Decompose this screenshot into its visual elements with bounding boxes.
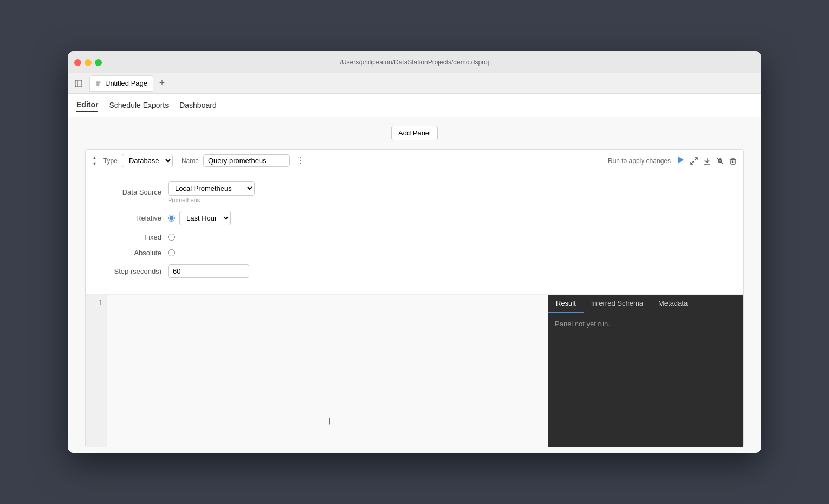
collapse-toggle[interactable]: ▲ ▼ [92,155,97,166]
delete-icon[interactable] [729,157,737,165]
panel-config: Data Source Local Prometheus Prometheus … [86,172,743,295]
window-title: /Users/philipeaton/DataStationProjects/d… [340,59,489,66]
content-area: Add Panel ▲ ▼ Type Database Name ⋮ Run t… [68,117,761,453]
cursor-indicator: | [328,417,332,425]
step-label: Step (seconds) [96,267,161,275]
datasource-hint: Prometheus [168,197,255,203]
minimize-button[interactable] [85,59,92,66]
panel-header: ▲ ▼ Type Database Name ⋮ Run to apply ch… [86,150,743,172]
relative-label: Relative [96,214,161,222]
run-to-apply-label: Run to apply changes [608,157,671,165]
svg-line-4 [691,161,694,164]
result-tab-schema[interactable]: Inferred Schema [584,295,651,313]
nav-editor[interactable]: Editor [76,98,98,112]
result-content: Panel not yet run. [548,313,743,447]
datasource-row: Data Source Local Prometheus Prometheus [96,181,733,203]
trash-icon: 🗑 [95,80,102,87]
type-label: Type [103,157,118,165]
fixed-radio[interactable] [168,234,175,241]
step-row: Step (seconds) [96,264,733,278]
panel-editor: 1 | Result Inferred Schema Metadata Pane… [86,295,743,447]
page-tab[interactable]: 🗑 Untitled Page [89,75,153,92]
download-icon[interactable] [703,157,711,165]
absolute-row: Absolute [96,249,733,257]
name-input[interactable] [203,154,290,167]
result-panel: Result Inferred Schema Metadata Panel no… [548,295,743,447]
line-numbers: 1 [86,295,107,447]
step-input[interactable] [168,264,249,278]
datasource-select[interactable]: Local Prometheus [168,181,255,196]
time-range-select[interactable]: Last Hour [179,211,231,225]
app-window: /Users/philipeaton/DataStationProjects/d… [68,51,761,453]
title-bar: /Users/philipeaton/DataStationProjects/d… [68,51,761,73]
datasource-label: Data Source [96,188,161,196]
nav-schedule-exports[interactable]: Schedule Exports [109,99,169,112]
svg-rect-9 [731,159,735,164]
absolute-radio[interactable] [168,249,175,256]
relative-radio[interactable] [168,215,175,222]
tab-label: Untitled Page [105,79,147,87]
svg-rect-0 [75,80,82,87]
panel-menu-icon[interactable]: ⋮ [296,156,305,166]
tab-bar: 🗑 Untitled Page + [68,73,761,94]
maximize-button[interactable] [95,59,102,66]
sidebar-toggle[interactable] [72,77,85,90]
code-editor[interactable]: 1 | [86,295,548,447]
svg-marker-2 [678,157,684,163]
panel-actions: Run to apply changes [608,156,737,166]
result-tab-result[interactable]: Result [548,295,584,313]
datasource-group: Local Prometheus Prometheus [168,181,255,203]
eye-off-icon[interactable] [716,157,724,165]
close-button[interactable] [74,59,81,66]
type-select[interactable]: Database [122,154,173,167]
expand-icon[interactable] [690,157,698,165]
absolute-label: Absolute [96,249,161,257]
nav-bar: Editor Schedule Exports Dashboard [68,94,761,117]
fixed-row: Fixed [96,233,733,241]
panel: ▲ ▼ Type Database Name ⋮ Run to apply ch… [85,149,744,447]
relative-row: Relative Last Hour [96,211,733,225]
relative-radio-group: Last Hour [168,211,231,225]
name-label: Name [182,157,199,165]
add-tab-button[interactable]: + [156,77,169,90]
code-area[interactable]: | [107,295,548,447]
fixed-label: Fixed [96,233,161,241]
nav-dashboard[interactable]: Dashboard [179,99,217,112]
result-tabs: Result Inferred Schema Metadata [548,295,743,313]
run-button[interactable] [676,156,685,166]
result-tab-metadata[interactable]: Metadata [651,295,695,313]
svg-line-3 [695,158,697,160]
traffic-lights [74,59,102,66]
add-panel-button[interactable]: Add Panel [391,126,438,140]
